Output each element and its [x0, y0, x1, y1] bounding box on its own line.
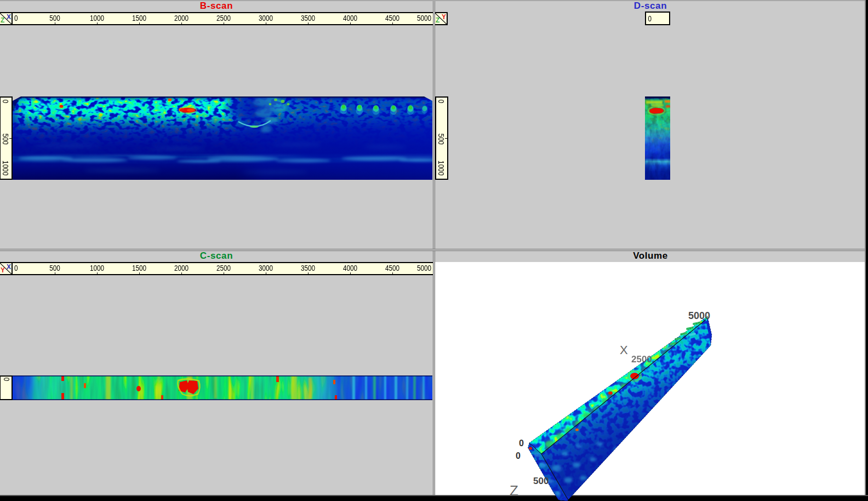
svg-text:0: 0	[519, 439, 524, 448]
svg-text:Z: Z	[510, 482, 518, 499]
svg-text:2500: 2500	[631, 354, 652, 365]
svg-text:500: 500	[533, 476, 549, 486]
svg-text:5000: 5000	[688, 310, 710, 321]
svg-text:X: X	[620, 343, 628, 357]
svg-text:0: 0	[516, 451, 521, 460]
